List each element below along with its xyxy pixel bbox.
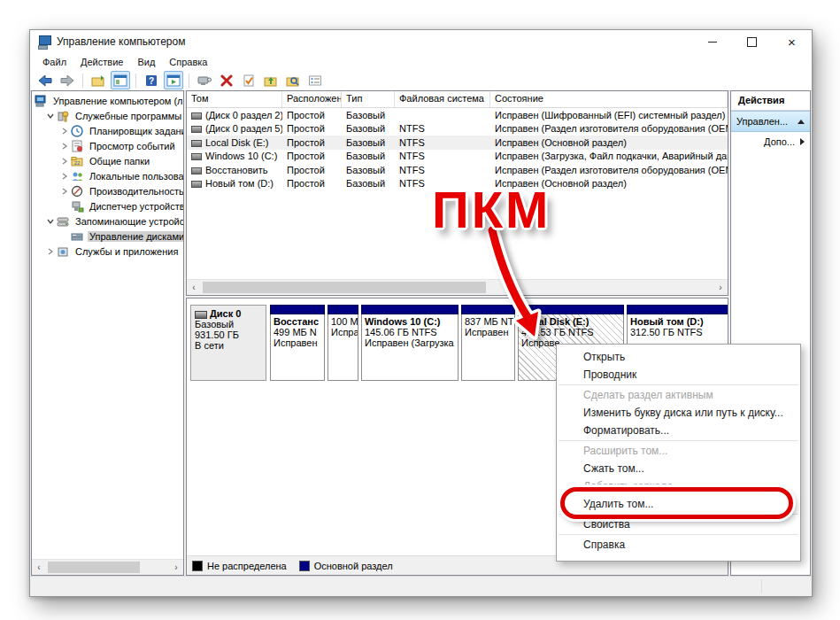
table-row[interactable]: (Диск 0 раздел 5) Простой Базовый NTFS И… (187, 122, 728, 136)
cell-volume: (Диск 0 раздел 5) (205, 123, 282, 134)
column-header-volume[interactable]: Том (187, 91, 282, 107)
table-row-selected[interactable]: Local Disk (E:) Простой Базовый NTFS Исп… (187, 136, 728, 150)
minimize-icon (708, 42, 717, 43)
table-horizontal-scrollbar[interactable]: ‹ › (187, 279, 728, 295)
tree-item-event-viewer[interactable]: Просмотр событий (32, 138, 183, 153)
cell-volume: Windows 10 (C:) (205, 151, 277, 161)
partition-name: Новый том (D:) (630, 316, 727, 327)
back-button[interactable] (35, 71, 55, 89)
export-list-button[interactable] (89, 71, 108, 89)
svg-text:?: ? (149, 76, 154, 86)
menu-item-help[interactable]: Справка (557, 536, 800, 554)
column-header-filesystem[interactable]: Файловая система (395, 91, 490, 107)
tree-item-system-tools[interactable]: Служебные программы (32, 108, 183, 123)
chevron-right-icon[interactable] (58, 170, 71, 182)
folder-find-button[interactable] (283, 71, 303, 89)
legend-label: Не распределена (207, 561, 287, 571)
scroll-right-icon[interactable]: › (169, 560, 183, 575)
window-title: Управление компьютером (57, 35, 185, 48)
partition-oem[interactable]: 837 МБ NT Исправен (461, 305, 515, 381)
cell-type: Базовый (342, 178, 395, 189)
table-row[interactable]: (Диск 0 раздел 2) Простой Базовый Исправ… (187, 108, 728, 122)
chevron-right-icon[interactable] (58, 140, 71, 152)
partition-color-bar (328, 305, 358, 314)
tree-item-task-scheduler[interactable]: Планировщик заданий (32, 123, 183, 138)
rescan-button[interactable] (195, 71, 214, 89)
minimize-button[interactable] (692, 30, 732, 53)
scrollbar-thumb[interactable] (48, 562, 140, 573)
column-header-layout[interactable]: Расположение (282, 91, 342, 107)
show-console-tree-button[interactable] (111, 71, 130, 89)
menu-help[interactable]: Справка (162, 55, 214, 69)
chevron-right-icon[interactable] (58, 185, 71, 198)
scheduler-icon (71, 125, 84, 137)
tree-item-services-applications[interactable]: Службы и приложения (32, 244, 183, 259)
cell-fs: NTFS (395, 123, 490, 134)
partition-recovery[interactable]: Восстанс 499 МБ N Исправен (270, 305, 325, 381)
folder-up-icon (264, 74, 278, 88)
disk0-info-box[interactable]: Диск 0 Базовый 931.50 ГБ В сети (190, 305, 266, 381)
scroll-left-icon[interactable]: ‹ (32, 560, 46, 575)
scrollbar-thumb[interactable] (203, 282, 486, 293)
menu-item-explorer[interactable]: Проводник (557, 366, 800, 384)
cell-status: Исправен (Раздел изготовителя оборудован… (490, 123, 728, 134)
column-header-status[interactable]: Состояние (490, 91, 728, 107)
cell-type: Базовый (342, 151, 395, 161)
shared-folders-icon: 22 (71, 155, 84, 167)
tree-item-label: Запоминающие устройст (73, 216, 184, 227)
menu-action[interactable]: Действие (73, 55, 130, 69)
volume-icon (191, 126, 202, 133)
cell-layout: Простой (282, 178, 342, 189)
menu-item-shrink-volume[interactable]: Сжать том... (557, 460, 800, 477)
menu-view[interactable]: Вид (130, 55, 162, 69)
menu-file[interactable]: Файл (35, 55, 73, 69)
maximize-button[interactable] (732, 30, 772, 53)
scroll-left-icon[interactable]: ‹ (187, 280, 201, 295)
tree-item-device-manager[interactable]: Диспетчер устройств (32, 198, 183, 213)
delete-button[interactable] (217, 71, 236, 89)
properties-button[interactable] (305, 71, 325, 89)
scroll-right-icon[interactable]: › (713, 280, 728, 295)
tree-item-computer-management[interactable]: Управление компьютером (л (32, 93, 183, 108)
tools-icon (57, 110, 70, 122)
column-header-type[interactable]: Тип (342, 91, 395, 107)
actions-more-item[interactable]: Допо... (731, 132, 810, 151)
status-bar (30, 576, 812, 596)
volume-icon (191, 112, 202, 120)
cell-volume: Local Disk (E:) (205, 137, 269, 148)
menu-item-open[interactable]: Открыть (557, 348, 800, 366)
chevron-down-icon[interactable] (44, 215, 57, 228)
actions-group-disk-management[interactable]: Управлен... (731, 111, 810, 132)
partition-efi[interactable]: 100 М Испра (328, 305, 358, 381)
menu-item-change-drive-letter[interactable]: Изменить букву диска или путь к диску... (557, 404, 800, 422)
partition-windows-c[interactable]: Windows 10 (C:) 145.06 ГБ NTFS Исправен … (361, 305, 459, 381)
collapse-icon[interactable] (798, 120, 805, 124)
forward-button[interactable] (58, 71, 77, 89)
tree-item-storage[interactable]: Запоминающие устройст (32, 213, 183, 229)
menu-separator (559, 534, 798, 535)
tree-item-shared-folders[interactable]: 22 Общие папки (32, 153, 183, 168)
display-icon (197, 74, 212, 88)
chevron-right-icon[interactable] (44, 245, 57, 258)
tree-item-performance[interactable]: Производительность (32, 183, 183, 198)
partition-color-bar (270, 305, 325, 314)
app-icon (37, 35, 51, 48)
chevron-down-icon[interactable] (44, 110, 57, 122)
chevron-right-icon[interactable] (58, 125, 71, 137)
close-button[interactable]: × (772, 30, 812, 53)
table-row[interactable]: Windows 10 (C:) Простой Базовый NTFS Исп… (187, 150, 728, 164)
show-action-pane-button[interactable] (164, 71, 183, 89)
disk-size: 931.50 ГБ (195, 329, 262, 340)
tree-horizontal-scrollbar[interactable]: ‹ › (32, 559, 183, 575)
partition-name: Восстанс (274, 316, 321, 327)
chevron-right-icon[interactable] (58, 155, 71, 167)
table-row[interactable]: Восстановить Простой Базовый NTFS Исправ… (187, 163, 728, 177)
tree-item-disk-management[interactable]: Управление дисками (32, 229, 183, 244)
help-button[interactable]: ? (142, 71, 161, 89)
chevron-empty (58, 230, 71, 243)
cell-fs: NTFS (395, 151, 490, 161)
folder-up-button[interactable] (261, 71, 281, 89)
tree-item-local-users-groups[interactable]: Локальные пользовате (32, 168, 183, 183)
menu-item-format[interactable]: Форматировать... (557, 422, 800, 439)
check-button[interactable] (239, 71, 258, 89)
